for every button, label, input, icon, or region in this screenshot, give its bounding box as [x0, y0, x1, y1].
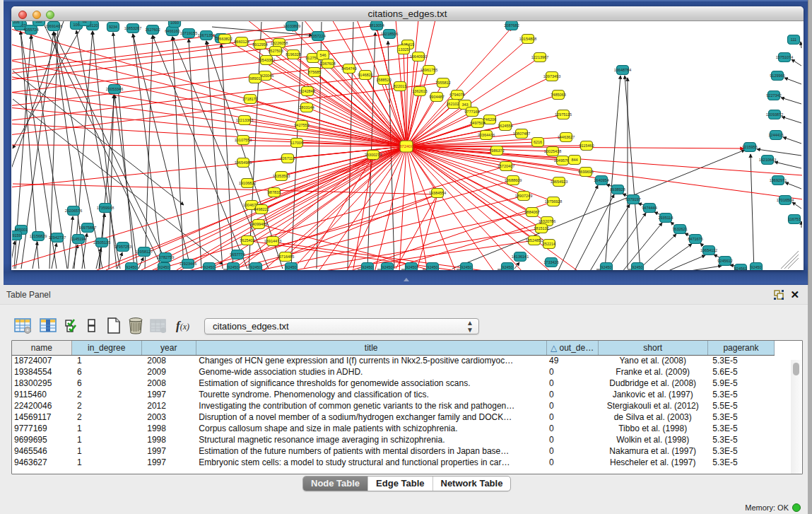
svg-text:8196328: 8196328: [286, 52, 300, 57]
svg-text:92450: 92450: [286, 265, 296, 269]
svg-text:17016504: 17016504: [777, 198, 794, 202]
svg-text:12093872: 12093872: [766, 112, 783, 117]
svg-text:6379197: 6379197: [625, 197, 640, 201]
svg-text:7986372: 7986372: [489, 148, 504, 153]
svg-text:111: 111: [791, 37, 796, 42]
svg-text:844: 844: [571, 158, 577, 162]
svg-text:10688609: 10688609: [505, 178, 522, 182]
svg-text:2935114: 2935114: [658, 216, 673, 220]
svg-text:10958127: 10958127: [136, 250, 153, 254]
svg-text:92450: 92450: [126, 265, 136, 269]
svg-text:7632621: 7632621: [672, 227, 687, 231]
svg-text:16033809: 16033809: [283, 24, 300, 28]
svg-text:18724007: 18724007: [397, 144, 416, 148]
svg-text:10671355: 10671355: [198, 33, 215, 37]
svg-text:18907249: 18907249: [515, 194, 532, 198]
svg-text:1093: 1093: [170, 21, 179, 25]
svg-text:4055724: 4055724: [23, 28, 38, 32]
svg-text:6699695: 6699695: [578, 170, 593, 174]
svg-text:12213967: 12213967: [531, 55, 548, 59]
svg-text:1815132: 1815132: [534, 226, 548, 230]
svg-text:3527503: 3527503: [268, 49, 283, 53]
svg-text:9427552: 9427552: [294, 123, 309, 127]
svg-text:19384554: 19384554: [429, 191, 446, 195]
svg-text:92450: 92450: [632, 265, 642, 269]
svg-text:987833: 987833: [268, 190, 281, 194]
svg-text:23300273: 23300273: [365, 153, 382, 157]
svg-text:9146821: 9146821: [358, 73, 372, 77]
svg-text:13325: 13325: [398, 47, 408, 52]
svg-text:10154808: 10154808: [519, 37, 536, 41]
svg-text:6466160: 6466160: [165, 29, 180, 33]
svg-text:10025438: 10025438: [544, 149, 561, 153]
svg-text:3267110: 3267110: [280, 156, 295, 160]
svg-text:14463627: 14463627: [558, 135, 575, 139]
svg-text:8660124: 8660124: [234, 40, 249, 44]
svg-text:98901: 98901: [249, 76, 260, 81]
svg-text:15751074: 15751074: [776, 55, 793, 59]
svg-text:8813054: 8813054: [369, 23, 384, 28]
svg-text:90975887: 90975887: [79, 226, 96, 230]
svg-text:12975115: 12975115: [555, 112, 572, 117]
svg-text:92450: 92450: [158, 265, 169, 269]
svg-text:16210643: 16210643: [759, 158, 776, 162]
svg-text:7625402: 7625402: [240, 238, 254, 243]
svg-text:8938928: 8938928: [610, 187, 625, 192]
svg-text:92450: 92450: [601, 265, 611, 269]
svg-text:6216: 6216: [534, 140, 542, 144]
svg-text:16914473: 16914473: [264, 239, 281, 243]
svg-text:2367608: 2367608: [320, 62, 335, 66]
svg-text:9245612: 9245612: [717, 259, 732, 263]
svg-text:17957253: 17957253: [114, 245, 131, 249]
svg-text:9474444: 9474444: [642, 206, 657, 210]
svg-text:7663822: 7663822: [217, 37, 232, 41]
svg-text:2087682: 2087682: [504, 23, 519, 28]
svg-text:6497508: 6497508: [470, 121, 485, 125]
svg-text:1733426: 1733426: [543, 260, 558, 264]
svg-text:20053346: 20053346: [106, 87, 123, 91]
svg-text:924561: 924561: [734, 267, 747, 270]
svg-text:252214: 252214: [543, 242, 555, 246]
svg-text:19654985: 19654985: [235, 160, 252, 165]
svg-text:1145194: 1145194: [71, 237, 86, 241]
svg-text:10782759: 10782759: [157, 255, 174, 259]
svg-text:1362615: 1362615: [412, 89, 427, 93]
svg-text:2803144: 2803144: [299, 105, 314, 110]
svg-text:82: 82: [83, 21, 87, 23]
svg-text:9129966: 9129966: [770, 74, 784, 78]
svg-text:92450: 92450: [250, 265, 261, 269]
svg-text:9227342: 9227342: [766, 93, 781, 98]
svg-text:17359938: 17359938: [97, 206, 114, 210]
svg-text:14136141: 14136141: [512, 255, 529, 259]
svg-text:16961755: 16961755: [420, 68, 437, 72]
svg-text:12923446: 12923446: [180, 262, 196, 266]
svg-text:8454749: 8454749: [341, 66, 356, 71]
svg-text:10719155: 10719155: [180, 31, 197, 35]
svg-text:1527602: 1527602: [145, 28, 160, 32]
svg-text:116753: 116753: [788, 217, 801, 221]
svg-text:5498222: 5498222: [254, 207, 269, 211]
svg-text:20206576: 20206576: [65, 209, 82, 213]
svg-text:7357224: 7357224: [310, 34, 325, 38]
svg-text:15716485: 15716485: [277, 255, 294, 259]
svg-text:12505135: 12505135: [93, 240, 110, 245]
svg-text:92450: 92450: [427, 265, 437, 269]
svg-text:8471676: 8471676: [688, 237, 702, 241]
svg-text:1624554: 1624554: [498, 124, 512, 128]
svg-text:7485063: 7485063: [551, 93, 565, 97]
svg-text:10543382: 10543382: [258, 58, 275, 62]
svg-text:10807487: 10807487: [513, 132, 530, 136]
svg-text:9115460: 9115460: [579, 144, 594, 148]
svg-text:92450: 92450: [502, 265, 512, 269]
svg-text:7955812: 7955812: [435, 81, 450, 85]
svg-text:10107553: 10107553: [235, 138, 252, 142]
svg-text:10654112: 10654112: [700, 248, 717, 252]
svg-text:206: 206: [13, 21, 19, 24]
svg-text:875685: 875685: [308, 70, 321, 74]
svg-text:13654923: 13654923: [551, 180, 567, 184]
svg-text:1640954: 1640954: [594, 178, 608, 182]
svg-text:9234: 9234: [109, 25, 117, 29]
svg-text:9904487: 9904487: [429, 95, 444, 99]
svg-text:343: 343: [461, 103, 468, 107]
svg-text:20364436: 20364436: [478, 133, 495, 137]
